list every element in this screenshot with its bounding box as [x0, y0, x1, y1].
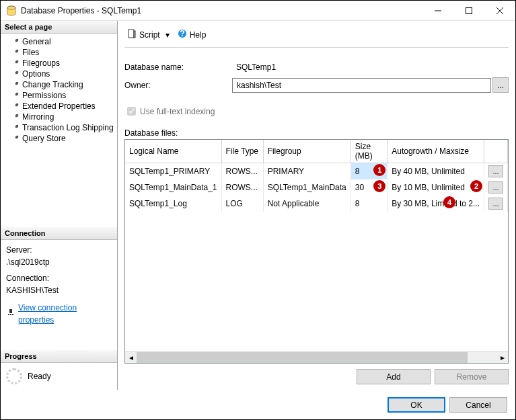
cell-filegroup[interactable]: SQLTemp1_MainData: [263, 179, 351, 196]
dropdown-arrow-icon: ▾: [165, 30, 170, 40]
cell-size[interactable]: 8: [351, 196, 387, 212]
connection-icon: [6, 308, 15, 321]
col-size[interactable]: Size (MB): [351, 140, 387, 163]
fulltext-checkbox: [127, 107, 136, 116]
autogrowth-edit-button[interactable]: ...: [488, 165, 503, 177]
page-options[interactable]: Options: [2, 69, 116, 79]
page-label: Files: [22, 48, 39, 57]
cell-filegroup[interactable]: PRIMARY: [263, 163, 351, 180]
dialog-window: Database Properties - SQLTemp1 Select a …: [0, 0, 516, 420]
col-filetype[interactable]: File Type: [221, 140, 263, 163]
page-filegroups[interactable]: Filegroups: [2, 58, 116, 69]
wrench-icon: [11, 59, 20, 67]
owner-row: Owner: ...: [124, 77, 509, 93]
col-logical[interactable]: Logical Name: [125, 140, 221, 163]
window-buttons: [422, 1, 515, 20]
grid-header-row: Logical Name File Type Filegroup Size (M…: [125, 140, 508, 163]
scroll-right-icon[interactable]: ▸: [496, 352, 508, 363]
page-label: Mirroring: [22, 112, 54, 122]
cell-btn: ...: [484, 179, 507, 196]
scroll-left-icon[interactable]: ◂: [125, 352, 137, 363]
autogrowth-edit-button[interactable]: ...: [488, 198, 503, 210]
sidebar-spacer: [1, 146, 117, 227]
main-panel: Script ▾ ? Help Database name: SQLTemp1 …: [118, 21, 515, 390]
table-row[interactable]: SQLTemp1_MainData_1 ROWS... SQLTemp1_Mai…: [125, 179, 508, 196]
connection-header: Connection: [1, 227, 117, 240]
page-label: Change Tracking: [22, 80, 83, 89]
horizontal-scrollbar[interactable]: ◂ ▸: [125, 351, 508, 363]
svg-rect-6: [128, 30, 134, 38]
page-label: Extended Properties: [22, 101, 96, 111]
progress-header: Progress: [1, 350, 117, 363]
file-buttons: Add Remove: [124, 369, 509, 384]
ok-button[interactable]: OK: [388, 397, 445, 413]
col-filegroup[interactable]: Filegroup: [263, 140, 351, 163]
page-extended-properties[interactable]: Extended Properties: [2, 101, 116, 112]
page-permissions[interactable]: Permissions: [2, 90, 116, 101]
cancel-button[interactable]: Cancel: [449, 397, 507, 413]
col-autogrowth[interactable]: Autogrowth / Maxsize: [388, 140, 484, 163]
help-label: Help: [190, 30, 207, 40]
cell-autogrowth[interactable]: By 10 MB, Unlimited2: [388, 179, 484, 196]
progress-body: Ready: [1, 363, 117, 390]
owner-input[interactable]: [232, 78, 491, 93]
select-page-header: Select a page: [1, 21, 117, 34]
page-general[interactable]: General: [2, 36, 116, 47]
wrench-icon: [11, 113, 20, 121]
cell-logical[interactable]: SQLTemp1_PRIMARY: [125, 163, 221, 180]
scroll-thumb[interactable]: [137, 352, 468, 363]
table-row[interactable]: SQLTemp1_PRIMARY ROWS... PRIMARY 81 By 4…: [125, 163, 508, 180]
add-button[interactable]: Add: [357, 369, 431, 384]
server-value: .\sql2019ctp: [6, 256, 112, 268]
script-button[interactable]: Script ▾: [124, 28, 172, 42]
cell-size[interactable]: 81: [351, 163, 387, 180]
page-transaction-log-shipping[interactable]: Transaction Log Shipping: [2, 122, 116, 133]
help-button[interactable]: ? Help: [175, 28, 209, 42]
cell-filetype[interactable]: ROWS...: [221, 163, 263, 180]
page-label: Permissions: [22, 91, 66, 100]
page-label: Query Store: [22, 134, 66, 143]
fulltext-label: Use full-text indexing: [140, 107, 215, 116]
window-title: Database Properties - SQLTemp1: [21, 6, 422, 15]
dbname-row: Database name: SQLTemp1: [124, 61, 509, 73]
annotation-badge: 2: [470, 180, 482, 192]
cell-filetype[interactable]: LOG: [221, 196, 263, 212]
autogrowth-edit-button[interactable]: ...: [488, 181, 503, 194]
wrench-icon: [11, 134, 20, 142]
page-query-store[interactable]: Query Store: [2, 133, 116, 144]
cell-logical[interactable]: SQLTemp1_MainData_1: [125, 179, 221, 196]
page-change-tracking[interactable]: Change Tracking: [2, 79, 116, 90]
scroll-track[interactable]: [137, 352, 496, 363]
table-row[interactable]: SQLTemp1_Log LOG Not Applicable 8 By 30 …: [125, 196, 508, 212]
script-label: Script: [139, 30, 160, 40]
close-button[interactable]: [484, 1, 515, 20]
files-grid: Logical Name File Type Filegroup Size (M…: [124, 139, 509, 364]
page-files[interactable]: Files: [2, 47, 116, 58]
minimize-button[interactable]: [422, 1, 453, 20]
wrench-icon: [11, 38, 20, 46]
annotation-badge: 1: [373, 164, 385, 176]
page-label: Options: [22, 69, 50, 79]
dialog-footer: OK Cancel: [1, 390, 515, 419]
grid-table: Logical Name File Type Filegroup Size (M…: [125, 140, 508, 212]
wrench-icon: [11, 91, 20, 99]
maximize-button[interactable]: [453, 1, 484, 20]
page-mirroring[interactable]: Mirroring: [2, 112, 116, 122]
cell-autogrowth[interactable]: By 40 MB, Unlimited: [388, 163, 484, 180]
annotation-badge: 3: [373, 180, 385, 192]
content-area: Select a page General Files Filegroups O…: [1, 21, 515, 390]
svg-text:?: ?: [180, 29, 184, 38]
wrench-icon: [11, 81, 20, 89]
script-icon: [127, 29, 137, 40]
wrench-icon: [11, 102, 20, 110]
owner-browse-button[interactable]: ...: [492, 77, 509, 93]
cell-size[interactable]: 303: [351, 179, 387, 196]
owner-label: Owner:: [124, 81, 232, 90]
view-connection-link-text[interactable]: View connection properties: [18, 302, 112, 326]
cell-filegroup[interactable]: Not Applicable: [263, 196, 351, 212]
cell-autogrowth[interactable]: By 30 MB, Limited to 2...4: [388, 196, 484, 212]
cell-logical[interactable]: SQLTemp1_Log: [125, 196, 221, 212]
cell-filetype[interactable]: ROWS...: [221, 179, 263, 196]
view-connection-link[interactable]: View connection properties: [6, 302, 112, 326]
database-icon: [6, 5, 17, 16]
